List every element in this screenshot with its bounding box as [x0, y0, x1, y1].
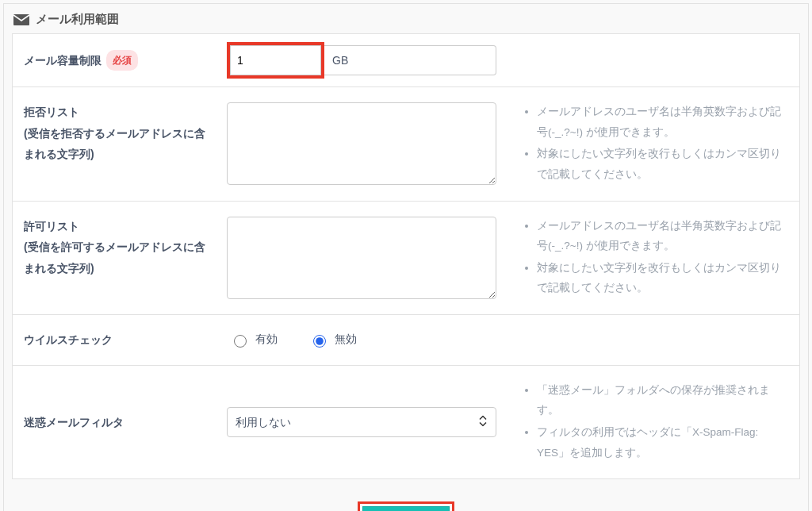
help-allow-list: メールアドレスのユーザ名は半角英数字および記号(-_.?~!) が使用できます。…: [516, 202, 799, 315]
control-deny-list: [219, 87, 516, 201]
panel-header: メール利用範囲: [12, 12, 800, 33]
save-button[interactable]: 保存する: [362, 506, 450, 511]
control-capacity: GB: [219, 34, 516, 86]
label-allow-list: 許可リスト (受信を許可するメールアドレスに含まれる文字列): [13, 202, 219, 315]
row-capacity: メール容量制限 必須 GB: [12, 33, 800, 86]
radio-virus-invalid-input[interactable]: [313, 335, 326, 348]
row-deny-list: 拒否リスト (受信を拒否するメールアドレスに含まれる文字列) メールアドレスのユ…: [12, 86, 800, 201]
radio-virus-invalid[interactable]: 無効: [309, 332, 357, 348]
spam-filter-select[interactable]: 利用しない: [227, 407, 496, 437]
capacity-unit: GB: [324, 45, 496, 75]
label-deny-list: 拒否リスト (受信を拒否するメールアドレスに含まれる文字列): [13, 87, 219, 201]
radio-virus-valid-input[interactable]: [234, 335, 247, 348]
label-spam-filter: 迷惑メールフィルタ: [13, 366, 219, 479]
envelope-icon: [13, 14, 29, 25]
row-virus-check: ウイルスチェック 有効 無効: [12, 314, 800, 365]
help-spam-filter: 「迷惑メール」フォルダへの保存が推奨されます。 フィルタの利用ではヘッダに「X-…: [516, 366, 799, 479]
label-capacity: メール容量制限 必須: [13, 34, 219, 86]
radio-virus-valid[interactable]: 有効: [230, 332, 278, 348]
help-deny-list: メールアドレスのユーザ名は半角英数字および記号(-_.?~!) が使用できます。…: [516, 87, 799, 201]
control-virus-check: 有効 無効: [219, 315, 516, 365]
deny-list-textarea[interactable]: [227, 102, 496, 185]
button-bar: 保存する: [12, 501, 800, 511]
control-spam-filter: 利用しない: [219, 366, 516, 479]
row-spam-filter: 迷惑メールフィルタ 利用しない 「迷惑メール」フォルダへの保存が推奨されます。 …: [12, 365, 800, 480]
svg-rect-0: [13, 14, 29, 25]
highlight-capacity-input: [227, 42, 324, 79]
required-badge: 必須: [106, 50, 138, 71]
label-virus-check: ウイルスチェック: [13, 315, 219, 365]
form-table: メール容量制限 必須 GB 拒否リスト (受信を拒否するメールアドレスに含まれる…: [12, 33, 800, 479]
highlight-save-button: 保存する: [358, 501, 454, 511]
allow-list-textarea[interactable]: [227, 217, 496, 299]
row-allow-list: 許可リスト (受信を許可するメールアドレスに含まれる文字列) メールアドレスのユ…: [12, 201, 800, 315]
control-allow-list: [219, 202, 516, 315]
mail-settings-panel: メール利用範囲 メール容量制限 必須 GB 拒否リスト (: [3, 3, 809, 511]
panel-title: メール利用範囲: [36, 12, 119, 27]
capacity-input[interactable]: [230, 45, 321, 75]
